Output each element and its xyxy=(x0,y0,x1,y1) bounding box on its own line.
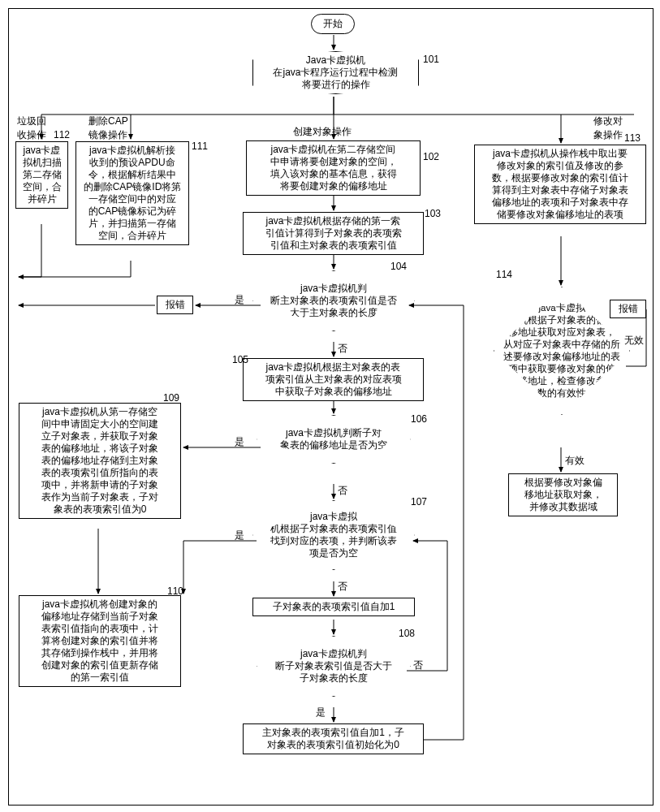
flowchart-canvas: 开始 Java卡虚拟机 在java卡程序运行过程中检测 将要进行的操作 101 … xyxy=(8,8,654,806)
node-111: java卡虚拟机解析接 收到的预设APDU命 令，根据解析结果中 的删除CAP镜… xyxy=(75,141,189,245)
node-105: java卡虚拟机根据主对象表的表 项索引值从主对象表的对应表项 中获取子对象表的… xyxy=(243,358,424,401)
node-107-no: 否 xyxy=(338,580,347,594)
node-107b: 子对象表的表项索引值自加1 xyxy=(252,598,415,616)
node-114-text: java卡虚拟 机根据子对象表的偏 移地址获取对应对象表， 从对应子对象表中存储… xyxy=(503,303,620,398)
num-105: 105 xyxy=(232,354,248,365)
node-111-text: java卡虚拟机解析接 收到的预设APDU命 令，根据解析结果中 的删除CAP镜… xyxy=(84,145,182,241)
node-101-text: Java卡虚拟机 在java卡程序运行过程中检测 将要进行的操作 xyxy=(273,54,398,90)
node-103-text: java卡虚拟机根据存储的第一索 引值计算得到子对象表的表项索 引值和主对象表的… xyxy=(265,215,402,251)
node-102: java卡虚拟机在第二存储空间 中申请将要创建对象的空间， 填入该对象的基本信息… xyxy=(246,140,421,196)
node-107: java卡虚拟 机根据子对象表的表项索引值 找到对应的表项，并判断该表 项是否为… xyxy=(252,500,415,570)
node-104-no: 否 xyxy=(338,342,347,356)
start-terminator: 开始 xyxy=(311,14,355,34)
node-104: java卡虚拟机判 断主对象表的表项索引值是否 大于主对象表的长度 xyxy=(252,270,415,331)
error-left: 报错 xyxy=(157,296,193,314)
num-111: 111 xyxy=(192,140,208,152)
error-right: 报错 xyxy=(610,300,646,318)
num-109: 109 xyxy=(163,392,179,404)
node-104-text: java卡虚拟机判 断主对象表的表项索引值是否 大于主对象表的长度 xyxy=(270,283,397,318)
node-104-yes: 是 xyxy=(235,293,244,307)
node-112: java卡虚 拟机扫描 第二存储 空间，合 并碎片 xyxy=(15,141,68,209)
node-106: java卡虚拟机判断子对 象表的偏移地址是否为空 xyxy=(257,415,411,464)
node-105-text: java卡虚拟机根据主对象表的表 项索引值从主对象表的对应表项 中获取子对象表的… xyxy=(265,361,402,397)
num-112: 112 xyxy=(54,129,70,140)
node-107-yes: 是 xyxy=(235,529,244,542)
node-114-valid: 有效 xyxy=(565,454,585,468)
node-114-invalid: 无效 xyxy=(624,334,644,348)
node-106-yes: 是 xyxy=(235,435,244,449)
node-113-text: java卡虚拟机从操作栈中取出要 修改对象的索引值及修改的参 数，根据要修改对象… xyxy=(492,148,628,220)
node-115-text: 根据要修改对象偏 移地址获取对象， 并修改其数据域 xyxy=(524,477,602,512)
num-107: 107 xyxy=(411,496,427,508)
num-114: 114 xyxy=(496,269,512,280)
num-113: 113 xyxy=(624,132,641,144)
node-108-text: java卡虚拟机判 断子对象表索引值是否大于 子对象表的长度 xyxy=(275,648,392,684)
node-109-text: java卡虚拟机从第一存储空 间中申请固定大小的空间建 立子对象表，并获取子对象… xyxy=(41,406,158,515)
error-left-text: 报错 xyxy=(166,299,185,310)
node-102-text: java卡虚拟机在第二存储空间 中申请将要创建对象的空间， 填入该对象的基本信息… xyxy=(270,144,397,192)
node-108-yes: 是 xyxy=(316,706,326,719)
node-106-no: 否 xyxy=(338,484,347,498)
node-108b-text: 主对象表的表项索引值自加1，子 对象表的表项索引值初始化为0 xyxy=(262,727,404,750)
node-103: java卡虚拟机根据存储的第一索 引值计算得到子对象表的表项索 引值和主对象表的… xyxy=(243,212,424,255)
node-108: java卡虚拟机判 断子对象表索引值是否大于 子对象表的长度 xyxy=(257,636,411,697)
node-112-text: java卡虚 拟机扫描 第二存储 空间，合 并碎片 xyxy=(23,145,62,205)
num-104: 104 xyxy=(390,261,407,272)
node-113: java卡虚拟机从操作栈中取出要 修改对象的索引值及修改的参 数，根据要修改对象… xyxy=(474,145,646,224)
num-101: 101 xyxy=(423,54,439,65)
node-109: java卡虚拟机从第一存储空 间中申请固定大小的空间建 立子对象表，并获取子对象… xyxy=(19,403,181,519)
node-108b: 主对象表的表项索引值自加1，子 对象表的表项索引值初始化为0 xyxy=(243,723,424,754)
num-110: 110 xyxy=(167,585,183,597)
num-106: 106 xyxy=(411,413,427,425)
start-label: 开始 xyxy=(323,18,343,29)
num-103: 103 xyxy=(425,208,441,219)
node-107b-text: 子对象表的表项索引值自加1 xyxy=(273,601,395,612)
node-115: 根据要修改对象偏 移地址获取对象， 并修改其数据域 xyxy=(508,473,618,516)
node-110: java卡虚拟机将创建对象的 偏移地址存储到当前子对象 表索引值指向的表项中，计… xyxy=(19,595,181,687)
node-101: Java卡虚拟机 在java卡程序运行过程中检测 将要进行的操作 xyxy=(252,51,419,94)
node-106-text: java卡虚拟机判断子对 象表的偏移地址是否为空 xyxy=(280,427,387,451)
branch-modify-label: 修改对 象操作 xyxy=(593,114,623,142)
branch-create-label: 创建对象操作 xyxy=(293,125,352,139)
num-102: 102 xyxy=(423,151,439,162)
node-108-no: 否 xyxy=(413,659,423,672)
node-107-text: java卡虚拟 机根据子对象表的表项索引值 找到对应的表项，并判断该表 项是否为… xyxy=(270,511,397,559)
error-right-text: 报错 xyxy=(619,303,638,314)
branch-delcap-label: 删除CAP 镜像操作 xyxy=(88,114,128,142)
num-108: 108 xyxy=(399,628,415,639)
node-110-text: java卡虚拟机将创建对象的 偏移地址存储到当前子对象 表索引值指向的表项中，计… xyxy=(41,598,158,683)
branch-gc-label: 垃圾回 收操作 xyxy=(17,114,46,142)
